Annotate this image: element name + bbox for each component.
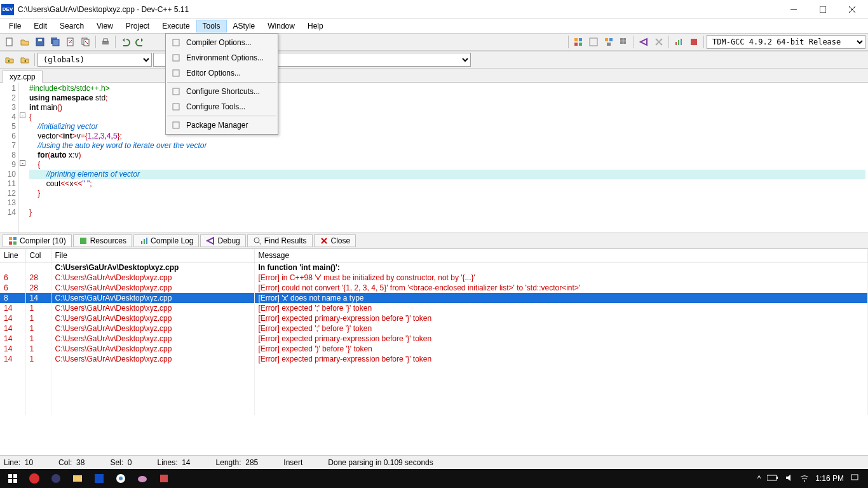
- tray-notifications-icon[interactable]: [850, 473, 859, 484]
- fold-gutter[interactable]: --: [19, 83, 27, 233]
- svg-rect-33: [620, 41, 623, 44]
- debug-icon[interactable]: [637, 35, 651, 49]
- minimize-button[interactable]: [779, 0, 808, 19]
- taskbar-app-snip[interactable]: [154, 469, 174, 488]
- compiler-output-grid[interactable]: LineColFileMessage C:\Users\GaUrAv\Deskt…: [0, 249, 868, 455]
- fold-toggle[interactable]: -: [20, 160, 25, 166]
- table-row[interactable]: 628C:\Users\GaUrAv\Desktop\xyz.cpp[Error…: [0, 273, 868, 283]
- taskbar-app-paint[interactable]: [132, 469, 153, 488]
- taskbar-app-eclipse[interactable]: [46, 469, 66, 488]
- tray-volume-icon[interactable]: [785, 473, 794, 484]
- table-row[interactable]: 141C:\Users\GaUrAv\Desktop\xyz.cpp[Error…: [0, 303, 868, 313]
- panel-tab-compile-log[interactable]: Compile Log: [133, 234, 199, 247]
- taskbar-app-chrome[interactable]: [111, 469, 131, 488]
- menu-window[interactable]: Window: [261, 20, 301, 32]
- svg-rect-26: [579, 43, 582, 46]
- column-header[interactable]: Message: [254, 249, 868, 262]
- menu-execute[interactable]: Execute: [156, 20, 196, 32]
- svg-rect-53: [8, 474, 12, 478]
- compile-run-icon[interactable]: [602, 35, 616, 49]
- taskbar-app-opera[interactable]: [24, 469, 44, 488]
- menu-edit[interactable]: Edit: [27, 20, 53, 32]
- tray-battery-icon[interactable]: [767, 474, 778, 484]
- panel-tab-find-results[interactable]: Find Results: [247, 234, 313, 247]
- globals-combo[interactable]: (globals): [37, 53, 152, 67]
- column-header[interactable]: File: [51, 249, 254, 262]
- windows-taskbar[interactable]: ^ 1:16 PM: [0, 469, 868, 488]
- close-file-icon[interactable]: [64, 35, 78, 49]
- editor-tab[interactable]: xyz.cpp: [3, 71, 43, 83]
- tools-menu-item[interactable]: Package Manager: [167, 118, 276, 133]
- column-header[interactable]: Line: [0, 249, 25, 262]
- goto-bookmark-icon[interactable]: [3, 53, 17, 67]
- menu-search[interactable]: Search: [53, 20, 90, 32]
- table-row[interactable]: 141C:\Users\GaUrAv\Desktop\xyz.cpp[Error…: [0, 323, 868, 334]
- table-row[interactable]: 141C:\Users\GaUrAv\Desktop\xyz.cpp[Error…: [0, 354, 868, 364]
- panel-tab-close[interactable]: Close: [314, 234, 356, 247]
- table-row[interactable]: 141C:\Users\GaUrAv\Desktop\xyz.cpp[Error…: [0, 334, 868, 344]
- open-icon[interactable]: [18, 35, 32, 49]
- taskbar-app-explorer[interactable]: [67, 469, 88, 488]
- tools-menu-item[interactable]: Editor Options...: [167, 65, 276, 81]
- svg-rect-65: [767, 475, 776, 480]
- svg-rect-8: [173, 104, 179, 110]
- menu-astyle[interactable]: AStyle: [227, 20, 262, 32]
- panel-tab-icon: [79, 236, 88, 245]
- undo-icon[interactable]: [118, 35, 132, 49]
- redo-icon[interactable]: [133, 35, 147, 49]
- svg-rect-6: [173, 70, 179, 76]
- fold-toggle[interactable]: -: [20, 112, 25, 118]
- status-col: 38: [76, 458, 85, 467]
- table-row[interactable]: 141C:\Users\GaUrAv\Desktop\xyz.cpp[Error…: [0, 344, 868, 354]
- tools-menu-item[interactable]: Configure Shortcuts...: [167, 84, 276, 99]
- column-header[interactable]: Col: [25, 249, 51, 262]
- table-row[interactable]: C:\Users\GaUrAv\Desktop\xyz.cppIn functi…: [0, 262, 868, 273]
- print-icon[interactable]: [98, 35, 112, 49]
- toggle-bookmark-icon[interactable]: [18, 53, 32, 67]
- menu-help[interactable]: Help: [301, 20, 330, 32]
- run-icon[interactable]: [587, 35, 600, 49]
- panel-tab-compiler-[interactable]: Compiler (10): [3, 234, 72, 247]
- table-row[interactable]: 814C:\Users\GaUrAv\Desktop\xyz.cpp[Error…: [0, 293, 868, 303]
- menu-file[interactable]: File: [3, 20, 27, 32]
- tools-menu-item[interactable]: Configure Tools...: [167, 99, 276, 114]
- close-button[interactable]: [837, 0, 867, 19]
- panel-tab-debug[interactable]: Debug: [200, 234, 245, 247]
- table-row[interactable]: 628C:\Users\GaUrAv\Desktop\xyz.cpp[Error…: [0, 283, 868, 293]
- menu-project[interactable]: Project: [119, 20, 156, 32]
- svg-rect-64: [160, 475, 168, 482]
- compiler-select[interactable]: TDM-GCC 4.9.2 64-bit Release: [707, 35, 865, 49]
- tray-clock[interactable]: 1:16 PM: [815, 474, 844, 483]
- start-button[interactable]: [3, 469, 23, 488]
- menu-tools[interactable]: Tools: [196, 20, 227, 32]
- compile-icon[interactable]: [571, 35, 585, 49]
- delete-profile-icon[interactable]: [687, 35, 701, 49]
- svg-rect-43: [9, 241, 12, 245]
- tools-menu-item[interactable]: Environment Options...: [167, 50, 276, 65]
- tray-chevron-icon[interactable]: ^: [757, 474, 761, 483]
- editor[interactable]: 1234567891011121314 -- #include<bits/std…: [0, 83, 868, 233]
- table-row[interactable]: 141C:\Users\GaUrAv\Desktop\xyz.cpp[Error…: [0, 313, 868, 323]
- menu-view[interactable]: View: [90, 20, 119, 32]
- maximize-button[interactable]: [808, 0, 837, 19]
- save-all-icon[interactable]: [48, 35, 62, 49]
- stop-icon[interactable]: [652, 35, 666, 49]
- svg-rect-14: [53, 39, 59, 46]
- taskbar-app-devcpp[interactable]: [89, 469, 109, 488]
- new-file-icon[interactable]: [3, 35, 17, 49]
- titlebar: DEV C:\Users\GaUrAv\Desktop\xyz.cpp - De…: [0, 0, 868, 19]
- svg-rect-28: [605, 38, 608, 41]
- svg-rect-56: [13, 479, 17, 483]
- tools-menu-item[interactable]: Compiler Options...: [167, 35, 276, 50]
- menu-item-icon: [171, 68, 181, 78]
- code-area[interactable]: #include<bits/stdc++.h>using namespace s…: [27, 83, 868, 233]
- svg-rect-34: [623, 41, 626, 44]
- panel-tab-resources[interactable]: Resources: [73, 234, 132, 247]
- rebuild-icon[interactable]: [617, 35, 631, 49]
- profile-icon[interactable]: [672, 35, 686, 49]
- svg-rect-47: [144, 239, 145, 244]
- save-icon[interactable]: [33, 35, 47, 49]
- svg-rect-7: [173, 88, 179, 95]
- tray-wifi-icon[interactable]: [800, 473, 809, 484]
- close-all-icon[interactable]: [79, 35, 93, 49]
